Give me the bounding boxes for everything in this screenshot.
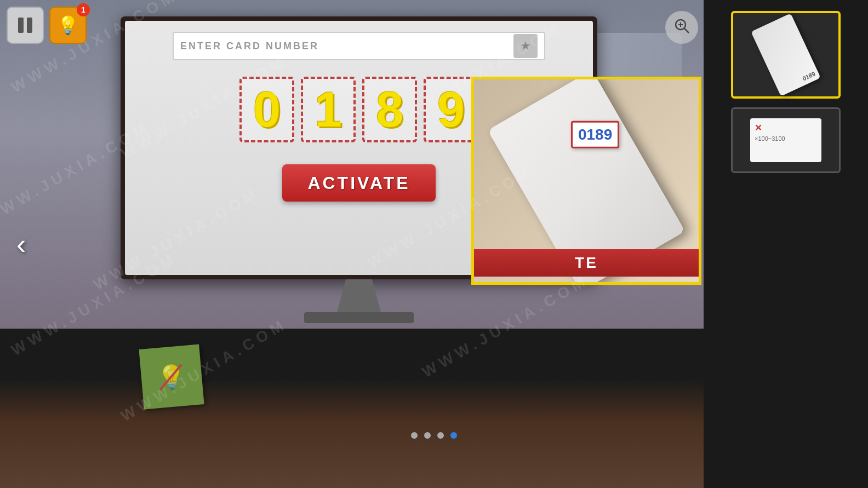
hint-badge: 1 <box>77 3 90 16</box>
digit-box-0: 0 <box>239 77 294 142</box>
popup-activate-text: TE <box>575 254 598 272</box>
zoomed-card-number: 0189 <box>571 121 619 148</box>
code-display: 0 1 8 9 <box>239 77 478 142</box>
top-toolbar: 💡 1 <box>7 7 87 44</box>
popup-activate-partial: TE <box>474 249 699 277</box>
digit-2: 8 <box>376 85 403 134</box>
sticky-content: 💡 <box>156 362 187 391</box>
zoomed-popup: 0189 TE <box>471 77 701 285</box>
card-input-placeholder: ENTER CARD NUMBER <box>180 41 319 52</box>
nav-dot-2[interactable] <box>424 432 431 439</box>
digit-box-3: 9 <box>424 77 478 142</box>
nav-dot-1[interactable] <box>411 432 418 439</box>
card-item: 0189 <box>751 13 820 96</box>
svg-line-1 <box>684 28 689 33</box>
note-item: ✕ ×100~3100 <box>750 118 821 162</box>
hint-button[interactable]: 💡 1 <box>49 7 87 44</box>
activate-text: ACTIVATE <box>307 173 410 193</box>
card-input-area[interactable]: ENTER CARD NUMBER ★ <box>173 32 545 60</box>
inventory-item-card[interactable]: 0189 <box>731 11 841 99</box>
nav-dot-3[interactable] <box>437 432 444 439</box>
digit-box-1: 1 <box>301 77 356 142</box>
card-item-number: 0189 <box>801 70 816 82</box>
digit-1: 1 <box>315 85 342 134</box>
nav-dot-4[interactable] <box>450 432 457 439</box>
sticky-note[interactable]: 💡 <box>139 344 204 409</box>
pause-icon <box>18 18 32 33</box>
inventory-item-note[interactable]: ✕ ×100~3100 <box>731 107 841 173</box>
nav-dots <box>411 432 457 439</box>
right-panel: 0189 ✕ ×100~3100 <box>704 0 868 488</box>
pause-button[interactable] <box>7 7 44 44</box>
star-button[interactable]: ★ <box>513 34 538 58</box>
back-arrow[interactable]: ‹ <box>16 228 26 261</box>
zoom-icon <box>673 18 690 38</box>
activate-button[interactable]: ACTIVATE <box>282 164 436 202</box>
digit-0: 0 <box>253 85 281 134</box>
bulb-icon: 💡 <box>57 15 79 36</box>
monitor-base <box>304 312 414 323</box>
digit-box-2: 8 <box>362 77 417 142</box>
note-x-icon: ✕ <box>755 123 762 133</box>
zoom-button[interactable] <box>665 11 698 44</box>
note-text: ×100~3100 <box>755 135 785 142</box>
monitor-stand <box>337 279 381 312</box>
digit-3: 9 <box>437 85 465 134</box>
